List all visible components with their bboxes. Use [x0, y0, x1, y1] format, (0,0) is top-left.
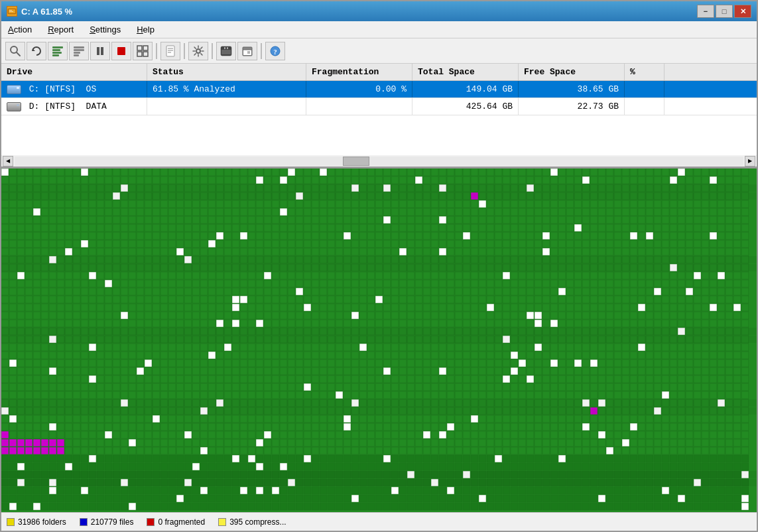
table-row[interactable]: C: [NTFS] OS 61.85 % Analyzed 0.00 % 149… — [1, 81, 757, 98]
col-percent: % — [625, 64, 664, 80]
defrag-visualization — [1, 168, 757, 512]
svg-text:?: ? — [273, 47, 277, 55]
window-controls: − □ ✕ — [697, 5, 751, 18]
cell-free-c: 38.65 GB — [519, 81, 625, 98]
status-fragmented: 0 fragmented — [147, 517, 205, 527]
svg-rect-32 — [243, 50, 251, 55]
col-total-space: Total Space — [412, 64, 519, 80]
svg-rect-14 — [74, 54, 79, 56]
status-compressed: 395 compress... — [218, 517, 286, 527]
svg-rect-17 — [117, 47, 125, 55]
svg-rect-9 — [52, 52, 62, 54]
status-bar: 31986 folders 210779 files 0 fragmented … — [1, 512, 757, 531]
view-button[interactable] — [133, 42, 153, 60]
menu-action[interactable]: Action — [5, 23, 34, 36]
toolbar-separator-2 — [184, 43, 185, 59]
svg-rect-28 — [221, 50, 231, 54]
analyze-button[interactable] — [5, 42, 25, 60]
svg-rect-12 — [74, 49, 84, 51]
svg-rect-22 — [166, 46, 174, 56]
app-icon — [7, 6, 17, 17]
status-files: 210779 files — [80, 517, 134, 527]
svg-rect-19 — [143, 46, 148, 50]
menu-help[interactable]: Help — [134, 23, 157, 36]
svg-line-5 — [17, 52, 20, 56]
main-window: C: A 61.85 % − □ ✕ Action Report Setting… — [0, 0, 758, 532]
files-label: 210779 files — [91, 517, 134, 527]
svg-rect-20 — [137, 52, 142, 56]
menu-settings[interactable]: Settings — [87, 23, 123, 36]
cell-frag-c: 0.00 % — [306, 81, 412, 98]
stop-button[interactable] — [111, 42, 131, 60]
svg-rect-18 — [137, 46, 142, 50]
defrag-button[interactable] — [69, 42, 89, 60]
cell-pct-d — [625, 98, 664, 115]
svg-rect-21 — [143, 52, 148, 56]
svg-rect-29 — [224, 47, 225, 49]
fragmented-dot — [147, 518, 155, 526]
cell-drive-d: D: [NTFS] DATA — [1, 98, 147, 115]
minimize-button[interactable]: − — [697, 5, 714, 18]
toolbar-separator-3 — [212, 43, 213, 59]
svg-rect-16 — [101, 47, 103, 55]
cell-status-c: 61.85 % Analyzed — [147, 81, 306, 98]
horizontal-scrollbar[interactable]: ◀ ▶ — [1, 155, 757, 167]
cell-status-d — [147, 98, 306, 115]
scroll-thumb[interactable] — [343, 157, 369, 166]
files-dot — [80, 518, 88, 526]
title-bar: C: A 61.85 % − □ ✕ — [1, 1, 757, 21]
svg-rect-3 — [9, 11, 13, 12]
svg-rect-10 — [52, 54, 59, 56]
folders-label: 31986 folders — [18, 517, 66, 527]
cell-drive-c: C: [NTFS] OS — [1, 81, 147, 98]
defrag-all-button[interactable] — [48, 42, 68, 60]
svg-rect-30 — [227, 47, 228, 49]
pause-button[interactable] — [90, 42, 110, 60]
scroll-right-button[interactable]: ▶ — [745, 156, 755, 166]
compressed-label: 395 compress... — [229, 517, 286, 527]
toolbar-separator-4 — [261, 43, 262, 59]
cell-total-c: 149.04 GB — [412, 81, 519, 98]
toolbar-separator-1 — [156, 43, 157, 59]
scroll-track[interactable] — [15, 157, 743, 166]
toolbar: ? — [1, 38, 757, 64]
svg-rect-11 — [74, 46, 84, 48]
col-fragmentation: Fragmentation — [306, 64, 412, 80]
report-button[interactable] — [160, 42, 180, 60]
drive-table: Drive Status Fragmentation Total Space F… — [1, 64, 757, 168]
compressed-dot — [218, 518, 226, 526]
help-button[interactable]: ? — [265, 42, 285, 60]
run-now-button[interactable] — [216, 42, 236, 60]
refresh-button[interactable] — [27, 42, 46, 60]
menu-bar: Action Report Settings Help — [1, 21, 757, 38]
svg-rect-2 — [9, 10, 12, 11]
cell-free-d: 22.73 GB — [519, 98, 625, 115]
col-status: Status — [147, 64, 306, 80]
fragmented-label: 0 fragmented — [158, 517, 205, 527]
folders-dot — [7, 518, 15, 526]
defrag-canvas — [1, 168, 757, 512]
schedule-button[interactable] — [237, 42, 257, 60]
cell-pct-c — [625, 81, 664, 98]
status-folders: 31986 folders — [7, 517, 66, 527]
window-title: C: A 61.85 % — [21, 7, 72, 17]
cell-total-d: 425.64 GB — [412, 98, 519, 115]
empty-table-area — [1, 115, 757, 155]
svg-point-26 — [196, 49, 200, 53]
table-header: Drive Status Fragmentation Total Space F… — [1, 64, 757, 81]
cell-frag-d — [306, 98, 412, 115]
svg-rect-15 — [97, 47, 99, 55]
restore-button[interactable]: □ — [716, 5, 733, 18]
col-drive: Drive — [1, 64, 147, 80]
settings-button[interactable] — [188, 42, 208, 60]
col-free-space: Free Space — [519, 64, 625, 80]
scroll-left-button[interactable]: ◀ — [3, 156, 13, 166]
svg-rect-8 — [52, 49, 60, 51]
table-row[interactable]: D: [NTFS] DATA 425.64 GB 22.73 GB — [1, 98, 757, 115]
svg-rect-7 — [52, 46, 63, 48]
menu-report[interactable]: Report — [45, 23, 76, 36]
svg-rect-13 — [74, 52, 80, 54]
close-button[interactable]: ✕ — [734, 5, 751, 18]
